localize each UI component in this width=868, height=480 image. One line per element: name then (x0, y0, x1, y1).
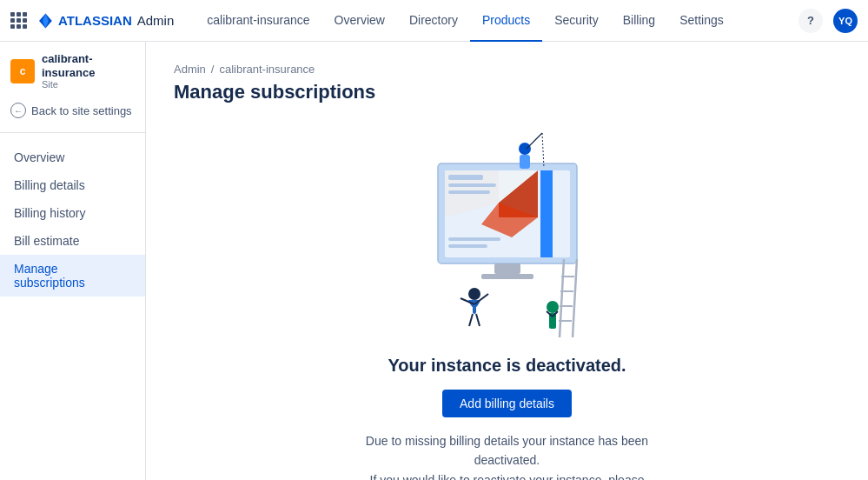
svg-rect-2 (540, 170, 553, 257)
deactivated-title: Your instance is deactivated. (388, 356, 626, 376)
site-info: calibrant-insurance Site (42, 52, 135, 90)
top-nav-tabs: calibrant-insurance Overview Directory P… (195, 0, 735, 42)
back-icon: ← (10, 103, 26, 118)
sidebar-site: c calibrant-insurance Site (0, 42, 145, 97)
top-nav-left: ATLASSIAN Admin (10, 12, 174, 30)
main-layout: c calibrant-insurance Site ← Back to sit… (0, 42, 868, 480)
svg-rect-9 (448, 190, 490, 194)
sidebar-item-billing-history[interactable]: Billing history (0, 199, 145, 227)
svg-rect-8 (448, 183, 496, 187)
svg-point-14 (519, 143, 531, 155)
atlassian-diamond-icon (37, 12, 55, 30)
top-nav: ATLASSIAN Admin calibrant-insurance Over… (0, 0, 868, 42)
page-title: Manage subscriptions (174, 81, 840, 103)
atlassian-text: ATLASSIAN (58, 13, 132, 28)
illustration-container: Your instance is deactivated. Add billin… (174, 124, 840, 480)
svg-rect-7 (448, 175, 483, 180)
app-grid-icon[interactable] (10, 12, 27, 29)
svg-rect-13 (481, 274, 533, 279)
sidebar-nav: Overview Billing details Billing history… (0, 137, 145, 303)
svg-line-28 (560, 259, 564, 337)
svg-line-29 (573, 259, 577, 337)
atlassian-logo[interactable]: ATLASSIAN Admin (37, 12, 174, 30)
tab-security[interactable]: Security (542, 0, 611, 42)
deactivated-illustration (412, 124, 603, 342)
site-name: calibrant-insurance (42, 52, 135, 79)
sidebar-divider (0, 132, 145, 133)
svg-point-18 (468, 288, 480, 300)
sidebar-item-overview[interactable]: Overview (0, 143, 145, 171)
top-nav-right: ? YQ (798, 9, 858, 33)
svg-rect-15 (520, 155, 530, 169)
sidebar: c calibrant-insurance Site ← Back to sit… (0, 42, 146, 480)
back-to-site-label: Back to site settings (31, 104, 132, 117)
sidebar-item-manage-subscriptions[interactable]: Manage subscriptions (0, 255, 145, 297)
breadcrumb-sep: / (211, 63, 215, 76)
breadcrumb-admin[interactable]: Admin (174, 63, 206, 76)
site-sub: Site (42, 79, 135, 90)
svg-rect-12 (494, 263, 520, 274)
svg-rect-10 (448, 237, 500, 241)
sidebar-item-billing-details[interactable]: Billing details (0, 171, 145, 199)
svg-rect-11 (448, 244, 487, 248)
tab-billing[interactable]: Billing (611, 0, 667, 42)
sidebar-item-bill-estimate[interactable]: Bill estimate (0, 227, 145, 255)
svg-line-16 (527, 133, 542, 149)
illustration (412, 124, 603, 342)
breadcrumb-site[interactable]: calibrant-insurance (219, 63, 315, 76)
help-button[interactable]: ? (798, 9, 823, 33)
site-icon: c (10, 59, 35, 83)
back-to-site-button[interactable]: ← Back to site settings (0, 97, 145, 129)
svg-line-22 (469, 314, 473, 326)
breadcrumb: Admin / calibrant-insurance (174, 63, 840, 76)
tab-directory[interactable]: Directory (397, 0, 470, 42)
deactivated-description: Due to missing billing details your inst… (351, 431, 664, 480)
admin-label: Admin (137, 13, 175, 28)
svg-rect-19 (473, 300, 476, 314)
tab-overview[interactable]: Overview (322, 0, 397, 42)
svg-line-17 (542, 133, 544, 168)
user-avatar[interactable]: YQ (833, 9, 858, 33)
tab-products[interactable]: Products (470, 0, 542, 42)
tab-calibrant-insurance[interactable]: calibrant-insurance (195, 0, 321, 42)
svg-line-23 (476, 314, 480, 326)
main-content: Admin / calibrant-insurance Manage subsc… (146, 42, 868, 480)
tab-settings[interactable]: Settings (667, 0, 736, 42)
add-billing-button[interactable]: Add billing details (442, 390, 572, 417)
